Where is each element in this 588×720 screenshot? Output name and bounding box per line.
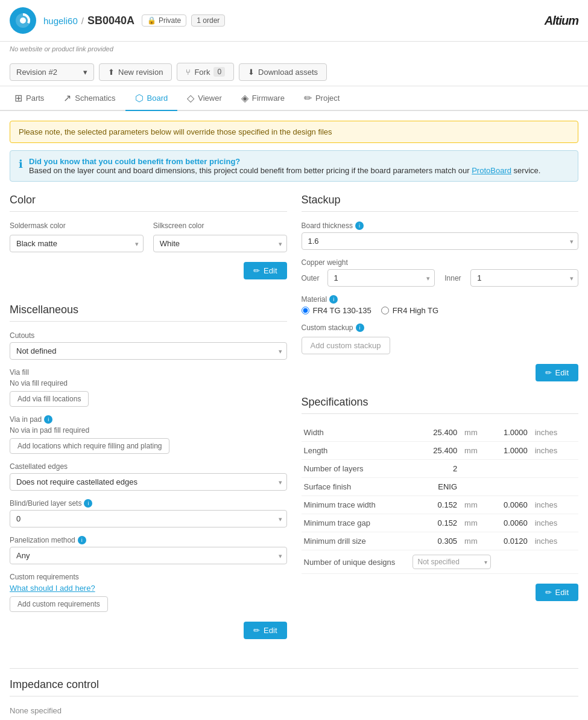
panelization-info-icon[interactable]: i [78, 536, 86, 544]
spec-value: 0.152 [410, 514, 463, 532]
board-thickness-info-icon[interactable]: i [355, 221, 364, 230]
blind-buried-field: Blind/Buried layer sets i 0 [10, 499, 287, 527]
spec-unit: mm [462, 514, 480, 532]
tab-project[interactable]: ✏ Project [294, 86, 349, 111]
impedance-value: None specified [10, 706, 578, 715]
viewer-icon: ◇ [187, 92, 194, 104]
board-thickness-field: Board thickness i 1.6 [302, 221, 579, 250]
impedance-title: Impedance control [10, 678, 578, 696]
board-thickness-select[interactable]: 1.6 [302, 232, 579, 250]
new-revision-button[interactable]: ⬆ New revision [99, 63, 172, 81]
color-edit-clearfix: ✏ Edit [10, 262, 287, 279]
add-custom-stackup-button[interactable]: Add custom stackup [302, 337, 390, 354]
spec-value2: 0.0120 [480, 532, 533, 550]
blind-buried-info-icon[interactable]: i [84, 499, 92, 508]
via-in-pad-info-icon[interactable]: i [44, 415, 52, 424]
color-title: Color [10, 194, 287, 212]
unique-designs-select[interactable]: Not specified [413, 555, 491, 569]
spec-row: Surface finish ENIG [302, 478, 579, 496]
fork-button[interactable]: ⑂ Fork 0 [177, 63, 234, 81]
panelization-select[interactable]: Any [10, 547, 287, 564]
specs-edit-button[interactable]: ✏ Edit [536, 584, 578, 601]
spec-unit2 [533, 478, 578, 496]
outer-copper-select[interactable]: 1 [327, 269, 435, 287]
stackup-edit-icon: ✏ [545, 368, 552, 377]
info-circle-icon: ℹ [19, 158, 23, 171]
inner-copper-select[interactable]: 1 [470, 269, 578, 287]
material-fr4hightg-option[interactable]: FR4 High TG [381, 306, 438, 315]
specifications-section: Specifications Width 25.400 mm 1.0000 in… [302, 396, 579, 601]
spec-row: Length 25.400 mm 1.0000 inches [302, 442, 579, 460]
spec-unit2: inches [533, 496, 578, 514]
cutouts-label: Cutouts [10, 331, 287, 340]
spec-unit2: inches [533, 532, 578, 550]
specs-edit-icon: ✏ [545, 588, 552, 597]
blind-buried-select[interactable]: 0 [10, 510, 287, 527]
material-label: Material i [302, 295, 579, 304]
material-fr4-radio[interactable] [302, 307, 309, 314]
add-via-in-pad-button[interactable]: Add locations which require filling and … [10, 438, 169, 454]
outer-select-wrapper: 1 [327, 269, 435, 287]
spec-value: 25.400 [410, 442, 463, 460]
custom-req-link[interactable]: What should I add here? [10, 584, 287, 593]
alert-warning: Please note, the selected parameters bel… [10, 121, 578, 143]
impedance-section: Impedance control None specified ✏ Edit [10, 668, 578, 720]
project-icon: ✏ [304, 92, 312, 104]
custom-req-label: Custom requirements [10, 573, 287, 581]
orders-badge[interactable]: 1 order [191, 14, 225, 27]
logo-icon [10, 7, 36, 34]
protoboard-link[interactable]: ProtoBoard [472, 166, 511, 175]
tab-bar: ⊞ Parts ↗ Schematics ⬡ Board ◇ Viewer ◈ … [0, 86, 588, 111]
soldermask-select-wrapper: Black matte [10, 235, 144, 252]
specifications-title: Specifications [302, 396, 579, 414]
cutouts-select[interactable]: Not defined [10, 342, 287, 360]
tab-parts[interactable]: ⊞ Parts [5, 86, 54, 111]
lock-icon: 🔒 [147, 16, 156, 25]
add-custom-req-button[interactable]: Add custom requirements [10, 596, 108, 612]
soldermask-label: Soldermask color [10, 221, 144, 230]
download-assets-button[interactable]: ⬇ Download assets [239, 63, 327, 81]
color-edit-button[interactable]: ✏ Edit [244, 262, 286, 279]
castellated-select-wrapper: Does not require castellated edges [10, 473, 287, 491]
via-in-pad-status: No via in pad fill required [10, 426, 287, 435]
custom-stackup-info-icon[interactable]: i [356, 323, 364, 332]
spec-value: 25.400 [410, 424, 463, 442]
panelization-field: Panelization method i Any [10, 536, 287, 564]
material-fr4-option[interactable]: FR4 TG 130-135 [302, 306, 371, 315]
board-thickness-label: Board thickness i [302, 221, 579, 230]
silkscreen-select[interactable]: White [153, 235, 287, 252]
board-icon: ⬡ [135, 92, 144, 104]
spec-label: Width [302, 424, 410, 442]
tab-board[interactable]: ⬡ Board [125, 86, 178, 111]
revision-select[interactable]: Revision #2 ▾ [10, 63, 94, 81]
silkscreen-select-wrapper: White [153, 235, 287, 252]
castellated-select[interactable]: Does not require castellated edges [10, 473, 287, 491]
svg-point-1 [20, 18, 26, 24]
misc-edit-clearfix: ✏ Edit [10, 622, 287, 639]
color-form-row: Soldermask color Black matte Silkscreen … [10, 221, 287, 252]
tab-schematics[interactable]: ↗ Schematics [54, 86, 125, 111]
spec-row: Number of layers 2 [302, 460, 579, 478]
specs-table: Width 25.400 mm 1.0000 inches Length 25.… [302, 424, 579, 574]
specs-edit-clearfix: ✏ Edit [302, 584, 579, 601]
header: hugeli60 / SB0040A 🔒 Private 1 order Alt… [0, 0, 588, 42]
stackup-edit-button[interactable]: ✏ Edit [536, 364, 578, 381]
download-icon: ⬇ [248, 68, 254, 77]
material-fr4hightg-radio[interactable] [381, 307, 389, 314]
toolbar: Revision #2 ▾ ⬆ New revision ⑂ Fork 0 ⬇ … [0, 58, 588, 86]
add-via-fill-button[interactable]: Add via fill locations [10, 391, 89, 407]
inner-select-wrapper: 1 [470, 269, 578, 287]
username[interactable]: hugeli60 [43, 16, 78, 26]
subheader-text: No website or product link provided [10, 45, 113, 53]
via-fill-status: No via fill required [10, 379, 287, 387]
soldermask-select[interactable]: Black matte [10, 235, 144, 252]
spec-unit: mm [462, 442, 480, 460]
tab-viewer[interactable]: ◇ Viewer [177, 86, 232, 111]
schematics-icon: ↗ [63, 92, 71, 104]
tab-firmware[interactable]: ◈ Firmware [232, 86, 294, 111]
misc-title: Miscellaneous [10, 304, 287, 322]
misc-edit-button[interactable]: ✏ Edit [244, 622, 286, 639]
alert-info: ℹ Did you know that you could benefit fr… [10, 150, 578, 182]
material-info-icon[interactable]: i [329, 295, 338, 304]
board-thickness-select-wrapper: 1.6 [302, 232, 579, 250]
